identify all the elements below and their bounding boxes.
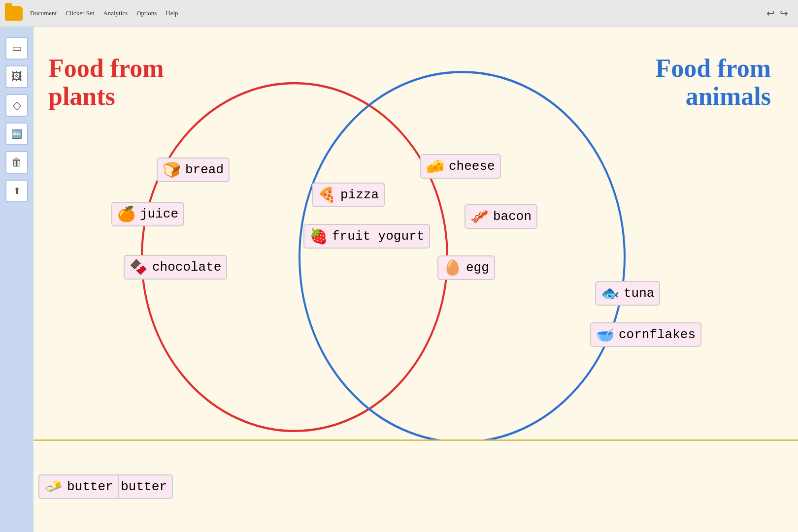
cheese-icon: 🧀: [424, 157, 446, 176]
rectangle-tool-btn[interactable]: ▭: [5, 37, 28, 60]
food-cheese[interactable]: 🧀 cheese: [420, 154, 501, 179]
food-cornflakes[interactable]: 🥣 cornflakes: [590, 322, 701, 347]
bacon-icon: 🥓: [468, 207, 490, 226]
bread-icon: 🍞: [161, 160, 182, 179]
food-fruit-yogurt[interactable]: 🍓 fruit yogurt: [303, 224, 430, 249]
undo-button[interactable]: ↩: [766, 7, 775, 19]
venn-diagram-area: Food fromplants Food fromanimals 🍞 bread…: [33, 27, 798, 532]
bottom-tray: 🥜 peanut butter 🍯 jam 🫘 beans 🧁 cake 🍔 b…: [33, 439, 798, 532]
food-tuna[interactable]: 🐟 tuna: [595, 281, 660, 306]
egg-icon: 🥚: [441, 258, 463, 277]
shape-tool-btn[interactable]: ◇: [5, 94, 28, 117]
fruit-yogurt-icon: 🍓: [307, 227, 329, 246]
tuna-icon: 🐟: [599, 284, 621, 303]
share-tool-btn[interactable]: ⬆: [5, 180, 28, 202]
main-content: ▭ 🖼 ◇ 🔤 🗑 ⬆ Food fromplants Food fromani…: [0, 27, 798, 532]
folder-icon[interactable]: [5, 6, 23, 21]
chocolate-icon: 🍫: [128, 258, 149, 277]
right-circle-label: Food fromanimals: [656, 54, 771, 110]
undo-redo-buttons: ↩ ↪: [766, 7, 788, 19]
menu-clicker-set[interactable]: Clicker Set: [66, 9, 94, 17]
food-chocolate[interactable]: 🍫 chocolate: [124, 255, 227, 280]
text-tool-btn[interactable]: 🔤: [5, 123, 28, 145]
butter-icon: 🧈: [42, 477, 64, 496]
juice-icon: 🍊: [115, 205, 137, 223]
title-bar: Document Clicker Set Analytics Options H…: [0, 0, 798, 27]
cornflakes-icon: 🥣: [594, 325, 616, 344]
food-pizza[interactable]: 🍕 pizza: [312, 183, 385, 207]
sidebar: ▭ 🖼 ◇ 🔤 🗑 ⬆: [0, 27, 33, 532]
menu-document[interactable]: Document: [30, 9, 57, 17]
left-circle-label: Food fromplants: [48, 54, 164, 110]
food-bread[interactable]: 🍞 bread: [157, 157, 230, 182]
food-butter[interactable]: 🧈 butter: [38, 474, 119, 499]
image-tool-btn[interactable]: 🖼: [5, 65, 28, 88]
menu-help[interactable]: Help: [166, 9, 178, 17]
food-juice[interactable]: 🍊 juice: [111, 202, 184, 226]
delete-tool-btn[interactable]: 🗑: [5, 151, 28, 174]
food-egg[interactable]: 🥚 egg: [437, 255, 495, 280]
menu-analytics[interactable]: Analytics: [103, 9, 128, 17]
menu-options[interactable]: Options: [136, 9, 157, 17]
pizza-icon: 🍕: [316, 186, 337, 204]
redo-button[interactable]: ↪: [780, 7, 788, 19]
food-bacon[interactable]: 🥓 bacon: [465, 204, 537, 229]
